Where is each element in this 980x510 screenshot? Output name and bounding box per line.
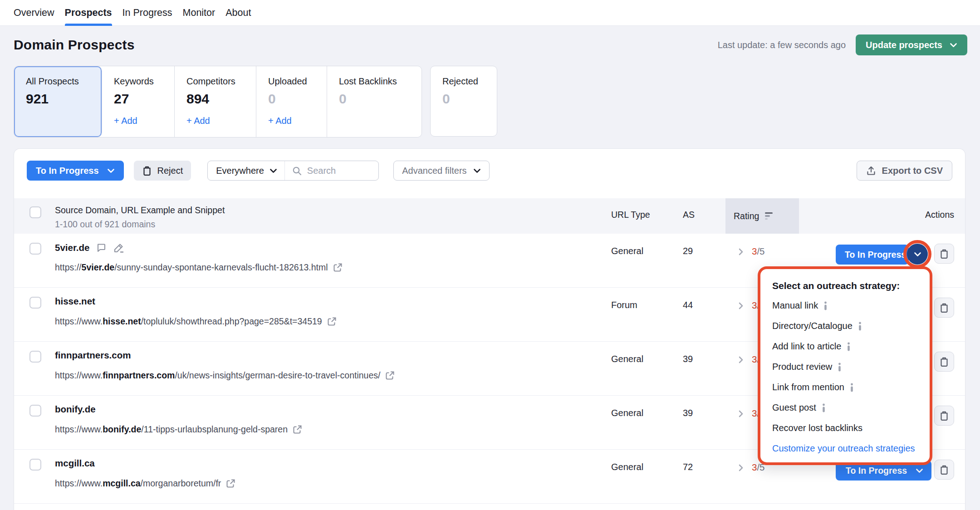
filter-card-all-prospects[interactable]: All Prospects921 (14, 66, 102, 137)
filter-card-count: 894 (186, 91, 256, 107)
info-icon[interactable] (823, 301, 828, 310)
expand-rating-icon[interactable] (738, 247, 744, 256)
domain-name: bonify.de (55, 404, 96, 415)
domain-name: hisse.net (55, 296, 95, 307)
dropdown-item-label: Manual link (772, 300, 818, 311)
dropdown-item-guest-post[interactable]: Guest post (772, 397, 918, 418)
last-update-text: Last update: a few seconds ago (718, 40, 846, 50)
info-icon[interactable] (858, 322, 862, 331)
filter-card-count: 921 (26, 91, 102, 107)
url-link[interactable]: https://www.finnpartners.com/uk/news-ins… (55, 370, 395, 381)
url-type-value: Forum (611, 300, 637, 310)
filter-card-label: Keywords (114, 76, 174, 87)
filter-card-label: Rejected (442, 76, 497, 87)
export-to-csv-button[interactable]: Export to CSV (857, 161, 952, 181)
filter-card-keywords[interactable]: Keywords27+ Add (102, 66, 175, 137)
info-icon[interactable] (822, 403, 826, 412)
url-type-value: General (611, 246, 643, 256)
external-link-icon[interactable] (385, 371, 395, 380)
rating-numerator: 3 (752, 462, 757, 472)
filter-card-uploaded[interactable]: Uploaded0+ Add (256, 66, 327, 137)
expand-rating-icon[interactable] (738, 301, 744, 310)
url-type-value: General (611, 462, 643, 472)
expand-rating-icon[interactable] (738, 355, 744, 364)
dropdown-item-add-link-to-article[interactable]: Add link to article (772, 336, 918, 357)
row-checkbox[interactable] (29, 243, 41, 255)
column-url-type: URL Type (611, 210, 650, 220)
advanced-filters-button[interactable]: Advanced filters (393, 161, 489, 181)
rating-value: 3/5 (752, 246, 765, 257)
expand-rating-icon[interactable] (738, 409, 744, 418)
search-scope-select[interactable]: Everywhere (208, 161, 285, 180)
url-link[interactable]: https://www.hisse.net/topluluk/showthrea… (55, 316, 337, 327)
delete-row-button[interactable] (934, 352, 954, 372)
dropdown-item-label: Guest post (772, 402, 816, 413)
to-in-progress-row-button[interactable]: To In Progress (836, 245, 909, 265)
search-box (285, 166, 378, 176)
nav-tab-monitor[interactable]: Monitor (183, 0, 216, 25)
filter-card-label: Uploaded (268, 76, 327, 87)
filter-card-rejected[interactable]: Rejected0 (430, 66, 497, 137)
search-input[interactable] (307, 166, 371, 176)
dropdown-title: Select an outreach strategy: (772, 276, 918, 295)
page-title: Domain Prospects (14, 37, 135, 53)
comment-icon[interactable] (96, 242, 107, 253)
customize-strategies-link[interactable]: Customize your outreach strategies (772, 438, 918, 459)
external-link-icon[interactable] (327, 317, 337, 326)
external-link-icon[interactable] (226, 479, 235, 488)
filter-card-label: Lost Backlinks (339, 76, 421, 87)
row-checkbox[interactable] (29, 297, 41, 309)
filter-card-count: 0 (268, 91, 327, 107)
delete-row-button[interactable] (934, 406, 954, 426)
delete-row-button[interactable] (934, 244, 954, 264)
to-in-progress-chevron-button[interactable] (907, 244, 928, 265)
filter-card-competitors[interactable]: Competitors894+ Add (175, 66, 256, 137)
url-link[interactable]: https://5vier.de/sunny-sunday-spontane-k… (55, 262, 343, 273)
dropdown-item-product-review[interactable]: Product review (772, 357, 918, 377)
nav-tab-in-progress[interactable]: In Progress (122, 0, 172, 25)
header-right: Last update: a few seconds ago Update pr… (718, 34, 967, 55)
update-prospects-button[interactable]: Update prospects (856, 34, 967, 55)
dropdown-item-directory-catalogue[interactable]: Directory/Catalogue (772, 316, 918, 336)
row-checkbox[interactable] (29, 405, 41, 417)
edit-icon[interactable] (113, 242, 125, 254)
filter-card-count: 0 (442, 91, 497, 107)
info-icon[interactable] (847, 342, 851, 351)
domain-line: finnpartners.com (55, 350, 131, 361)
url-link[interactable]: https://www.mcgill.ca/morganarboretum/fr (55, 478, 235, 489)
external-link-icon[interactable] (293, 425, 302, 434)
chevron-down-icon (107, 168, 115, 173)
delete-row-button[interactable] (934, 460, 954, 480)
add-link[interactable]: + Add (114, 116, 174, 126)
dropdown-item-manual-link[interactable]: Manual link (772, 295, 918, 316)
external-link-icon[interactable] (333, 263, 343, 272)
add-link[interactable]: + Add (268, 116, 327, 126)
url-type-value: General (611, 408, 643, 418)
top-nav: OverviewProspectsIn ProgressMonitorAbout (0, 0, 980, 26)
dropdown-item-link-from-mention[interactable]: Link from mention (772, 377, 918, 397)
dropdown-item-recover-lost-backlinks[interactable]: Recover lost backlinks (772, 418, 918, 438)
domain-line: hisse.net (55, 296, 95, 307)
filter-card-lost-backlinks[interactable]: Lost Backlinks0 (327, 66, 421, 137)
nav-tab-overview[interactable]: Overview (14, 0, 54, 25)
column-rating-sorted[interactable]: Rating (725, 198, 799, 234)
info-icon[interactable] (850, 383, 854, 392)
expand-rating-icon[interactable] (738, 463, 744, 472)
as-value: 39 (683, 354, 693, 364)
to-in-progress-bulk-button[interactable]: To In Progress (27, 161, 124, 181)
url-link[interactable]: https://www.bonify.de/11-tipps-urlaubspl… (55, 424, 302, 435)
search-icon (292, 166, 302, 176)
info-icon[interactable] (838, 363, 842, 372)
row-checkbox[interactable] (29, 351, 41, 363)
url-text: https://www.finnpartners.com/uk/news-ins… (55, 370, 380, 381)
nav-tab-prospects[interactable]: Prospects (65, 0, 112, 25)
domain-name: 5vier.de (55, 242, 89, 253)
nav-tab-about[interactable]: About (225, 0, 251, 25)
select-all-checkbox[interactable] (29, 206, 41, 218)
as-value: 44 (683, 300, 693, 310)
row-checkbox[interactable] (29, 459, 41, 471)
add-link[interactable]: + Add (186, 116, 256, 126)
reject-button[interactable]: Reject (134, 161, 191, 181)
dropdown-item-label: Recover lost backlinks (772, 423, 862, 433)
delete-row-button[interactable] (934, 298, 954, 318)
